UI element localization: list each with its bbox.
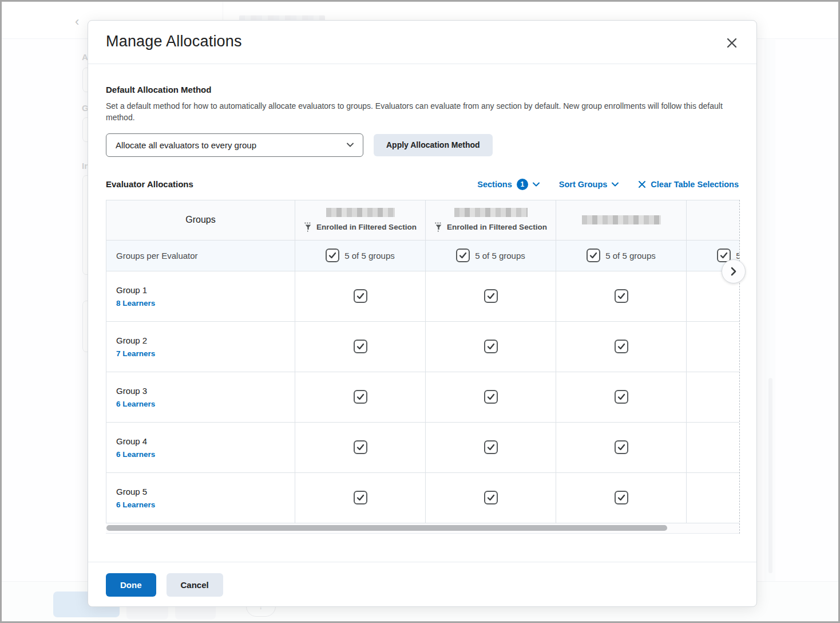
done-button[interactable]: Done <box>106 573 156 597</box>
allocation-checkbox[interactable] <box>615 491 628 504</box>
close-button[interactable] <box>723 34 740 52</box>
clear-table-selections-button[interactable]: Clear Table Selections <box>638 180 739 189</box>
allocation-cell <box>686 423 740 473</box>
allocation-method-select[interactable]: Allocate all evaluators to every group <box>106 133 363 157</box>
allocation-cell <box>556 322 686 372</box>
group-name: Group 4 <box>116 436 147 446</box>
table-horizontal-scrollbar-thumb[interactable] <box>106 525 667 531</box>
allocation-checkbox[interactable] <box>354 289 367 303</box>
filter-status-label: Enrolled in Filtered Section <box>447 223 547 231</box>
allocation-cell <box>556 372 686 423</box>
method-row: Allocate all evaluators to every group A… <box>106 133 739 157</box>
evaluator-column-header: Enrolled in Filtered Section <box>425 200 556 240</box>
allocation-checkbox[interactable] <box>354 340 367 353</box>
allocation-checkbox[interactable] <box>354 440 367 454</box>
allocation-checkbox[interactable] <box>484 491 498 504</box>
evaluator-name-redacted <box>326 208 395 217</box>
default-allocation-description: Set a default method for how to automati… <box>106 100 739 124</box>
allocation-cell <box>295 271 425 322</box>
summary-count-label: 5 of 5 groups <box>475 251 525 261</box>
sort-groups-button[interactable]: Sort Groups <box>559 180 619 189</box>
sections-filter-button[interactable]: Sections 1 <box>477 179 539 190</box>
allocation-cell <box>295 372 425 423</box>
learners-link[interactable]: 7 Learners <box>116 349 155 358</box>
allocation-cell <box>556 271 686 322</box>
select-all-checkbox[interactable] <box>326 249 339 262</box>
chevron-right-icon <box>731 267 736 276</box>
learners-link[interactable]: 6 Learners <box>116 400 155 408</box>
evaluator-name-redacted <box>582 215 661 224</box>
chevron-down-icon <box>533 182 540 187</box>
table-controls: Sections 1 Sort Groups Clear <box>477 179 739 190</box>
allocations-table: Groups Enrolled in Filtered Section <box>106 200 740 523</box>
filter-funnel-icon <box>304 222 312 232</box>
allocation-cell <box>295 473 425 523</box>
dialog-title: Manage Allocations <box>106 33 242 50</box>
summary-count-label: 5 of 5 groups <box>605 251 656 261</box>
group-name: Group 1 <box>116 285 147 295</box>
allocation-cell <box>686 322 740 372</box>
learners-link[interactable]: 6 Learners <box>116 500 155 509</box>
default-allocation-heading: Default Allocation Method <box>106 85 739 94</box>
chevron-down-icon <box>612 182 619 187</box>
allocation-checkbox[interactable] <box>484 390 498 404</box>
cancel-button[interactable]: Cancel <box>167 573 223 597</box>
allocation-cell <box>425 322 556 372</box>
filter-status: Enrolled in Filtered Section <box>304 222 417 232</box>
groups-per-evaluator-label: Groups per Evaluator <box>106 240 295 271</box>
allocation-checkbox[interactable] <box>354 390 367 404</box>
group-row-label: Group 5 6 Learners <box>106 473 295 523</box>
sections-label: Sections <box>477 180 512 189</box>
allocation-cell <box>295 423 425 473</box>
filter-funnel-icon <box>434 222 443 232</box>
allocation-checkbox[interactable] <box>484 440 498 454</box>
evaluator-column-header <box>556 200 686 240</box>
groups-column-header: Groups <box>106 200 295 240</box>
close-icon <box>726 37 738 49</box>
summary-count-label: 5 of 5 groups <box>736 251 740 261</box>
allocation-checkbox[interactable] <box>615 289 628 303</box>
evaluator-name-redacted <box>454 208 528 217</box>
clear-table-selections-label: Clear Table Selections <box>651 180 739 189</box>
allocation-checkbox[interactable] <box>354 491 367 504</box>
dialog-body: Default Allocation Method Set a default … <box>88 85 756 534</box>
allocation-checkbox[interactable] <box>615 440 628 454</box>
summary-count-label: 5 of 5 groups <box>344 251 395 261</box>
sections-count-badge: 1 <box>517 179 528 190</box>
select-all-checkbox[interactable] <box>587 249 600 262</box>
dialog-header: Manage Allocations <box>88 21 756 64</box>
group-name: Group 2 <box>116 336 147 345</box>
allocation-checkbox[interactable] <box>615 340 628 353</box>
summary-cell: 5 of 5 groups <box>425 240 556 271</box>
allocation-cell <box>686 372 740 423</box>
allocation-method-value: Allocate all evaluators to every group <box>116 140 256 150</box>
allocation-cell <box>556 423 686 473</box>
allocation-checkbox[interactable] <box>484 340 498 353</box>
sort-groups-label: Sort Groups <box>559 180 608 189</box>
clear-x-icon <box>638 180 646 188</box>
learners-link[interactable]: 6 Learners <box>116 450 155 459</box>
evaluator-column-header: Enrolled in Filtered Section <box>295 200 425 240</box>
allocation-cell <box>556 473 686 523</box>
allocation-cell <box>686 473 740 523</box>
allocation-checkbox[interactable] <box>615 390 628 404</box>
scroll-columns-right-button[interactable] <box>722 259 746 283</box>
table-horizontal-scrollbar-track[interactable] <box>106 523 740 534</box>
summary-cell: 5 of 5 groups <box>556 240 686 271</box>
filter-status-label: Enrolled in Filtered Section <box>316 223 417 231</box>
allocation-checkbox[interactable] <box>484 289 498 303</box>
group-row-label: Group 4 6 Learners <box>106 423 295 473</box>
group-row-label: Group 3 6 Learners <box>106 372 295 423</box>
allocation-cell <box>425 423 556 473</box>
allocation-cell <box>425 271 556 322</box>
allocations-table-viewport: Groups Enrolled in Filtered Section <box>106 200 740 534</box>
group-row-label: Group 2 7 Learners <box>106 322 295 372</box>
group-name: Group 5 <box>116 487 147 496</box>
allocation-cell <box>425 473 556 523</box>
chevron-down-icon <box>347 143 354 147</box>
allocation-cell <box>295 322 425 372</box>
select-all-checkbox[interactable] <box>456 249 470 262</box>
allocation-cell <box>425 372 556 423</box>
apply-allocation-method-button[interactable]: Apply Allocation Method <box>374 134 493 156</box>
learners-link[interactable]: 8 Learners <box>116 299 155 307</box>
